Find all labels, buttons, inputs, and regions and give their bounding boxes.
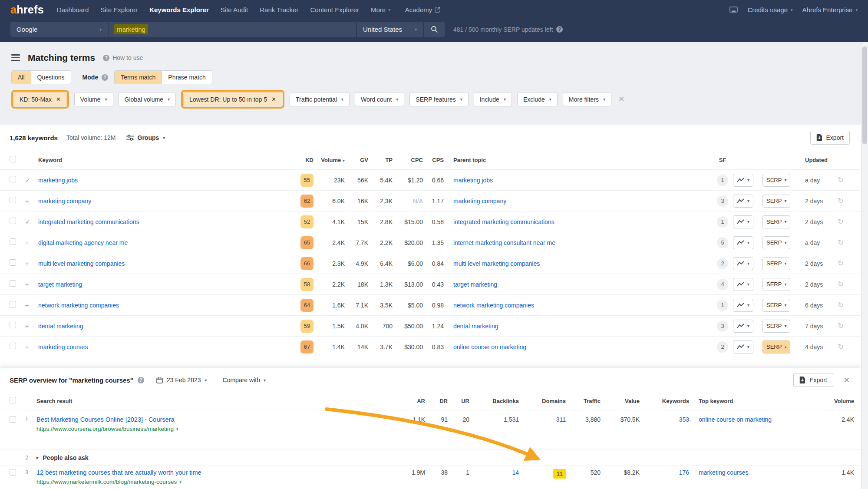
col-kd[interactable]: KD — [294, 157, 314, 163]
scrollbar-track[interactable] — [861, 42, 868, 489]
backlinks-link[interactable]: 1,531 — [504, 416, 519, 423]
tab-questions[interactable]: Questions — [31, 71, 71, 84]
refresh-icon[interactable]: ↻ — [838, 259, 844, 268]
add-to-list-icon[interactable]: + — [25, 239, 38, 246]
compare-with-select[interactable]: Compare with▾ — [223, 377, 266, 383]
serp-toggle-button[interactable]: SERP▾ — [762, 174, 790, 187]
top-keyword-link[interactable]: marketing courses — [699, 469, 748, 476]
serp-select-all-checkbox[interactable] — [10, 397, 16, 403]
filter-exclude[interactable]: Exclude▾ — [517, 92, 558, 106]
add-to-list-icon[interactable]: + — [25, 302, 38, 309]
serp-toggle-button[interactable]: SERP▾ — [762, 215, 790, 228]
close-icon[interactable]: ✕ — [271, 96, 276, 102]
keyword-link[interactable]: multi level marketing companies — [38, 260, 125, 267]
trend-button[interactable]: ▾ — [733, 215, 753, 228]
refresh-icon[interactable]: ↻ — [838, 238, 844, 247]
add-to-list-icon[interactable]: + — [25, 281, 38, 288]
account-menu[interactable]: Ahrefs Enterprise▾ — [802, 6, 858, 13]
filter-word-count[interactable]: Word count▾ — [355, 92, 404, 106]
parent-topic-link[interactable]: network marketing companies — [453, 302, 534, 309]
row-checkbox[interactable] — [10, 280, 16, 287]
col-updated[interactable]: Updated — [795, 157, 832, 163]
nav-item-content-explorer[interactable]: Content Explorer — [310, 6, 359, 13]
add-to-list-icon[interactable]: + — [25, 323, 38, 330]
col-serp-volume[interactable]: Volume — [833, 398, 861, 404]
people-also-ask-toggle[interactable]: ▸People also ask — [36, 454, 89, 461]
filter-global-volume[interactable]: Global volume▾ — [119, 92, 176, 106]
filter-traffic-potential[interactable]: Traffic potential▾ — [290, 92, 350, 106]
help-icon[interactable]: ? — [138, 377, 144, 383]
keyword-link[interactable]: marketing courses — [38, 344, 88, 350]
keyword-link[interactable]: digital marketing agency near me — [38, 239, 128, 246]
help-icon[interactable]: ? — [556, 26, 563, 33]
filter-serp-features[interactable]: SERP features▾ — [409, 92, 468, 106]
serp-toggle-button[interactable]: SERP▾ — [762, 195, 790, 208]
parent-topic-link[interactable]: online course on marketing — [453, 344, 526, 350]
parent-topic-link[interactable]: target marketing — [453, 281, 497, 288]
date-select[interactable]: 23 Feb 2023▾ — [156, 377, 207, 383]
close-icon[interactable]: ✕ — [56, 96, 61, 102]
serp-result-title-link[interactable]: 12 best marketing courses that are actua… — [36, 469, 382, 476]
col-search-result[interactable]: Search result — [36, 398, 395, 404]
serp-result-title-link[interactable]: Best Marketing Courses Online [2023] - C… — [36, 416, 382, 423]
how-to-use-link[interactable]: ?How to use — [103, 54, 143, 61]
domains-link[interactable]: 311 — [556, 416, 566, 423]
nav-item-site-audit[interactable]: Site Audit — [221, 6, 248, 13]
parent-topic-link[interactable]: internet marketing consultant near me — [453, 239, 555, 246]
keyword-search-input[interactable]: marketing — [109, 22, 356, 37]
refresh-icon[interactable]: ↻ — [838, 343, 844, 351]
row-checkbox[interactable] — [10, 238, 16, 245]
filter-include[interactable]: Include▾ — [474, 92, 512, 106]
parent-topic-link[interactable]: dental marketing — [453, 323, 498, 330]
add-to-list-icon[interactable]: + — [25, 198, 38, 205]
col-parent-topic[interactable]: Parent topic — [453, 157, 712, 163]
col-sf[interactable]: SF — [712, 157, 733, 163]
top-keyword-link[interactable]: online course on marketing — [699, 416, 772, 423]
trend-button[interactable]: ▾ — [733, 195, 753, 208]
help-icon[interactable]: ? — [102, 74, 108, 81]
export-button[interactable]: Export — [810, 131, 850, 145]
country-select[interactable]: United States▾ — [356, 22, 423, 37]
row-checkbox[interactable] — [10, 343, 16, 349]
keyword-link[interactable]: marketing company — [38, 198, 91, 205]
col-top-keyword[interactable]: Top keyword — [699, 398, 833, 404]
nav-item-academy[interactable]: Academy — [405, 6, 441, 13]
trend-button[interactable]: ▾ — [733, 299, 753, 312]
tab-all[interactable]: All — [12, 71, 31, 84]
serp-toggle-button[interactable]: SERP▾ — [762, 320, 790, 333]
col-cpc[interactable]: CPC — [393, 157, 423, 163]
tab-terms-match[interactable]: Terms match — [115, 71, 162, 84]
close-panel-icon[interactable]: ✕ — [844, 376, 850, 385]
row-checkbox[interactable] — [10, 322, 16, 328]
col-gv[interactable]: GV — [345, 157, 368, 163]
tab-phrase-match[interactable]: Phrase match — [162, 71, 211, 84]
serp-result-url[interactable]: https://www.marketermilk.com/blog/market… — [36, 479, 382, 485]
parent-topic-link[interactable]: multi level marketing companies — [453, 260, 540, 267]
filter-lowest-dr[interactable]: Lowest DR: Up to 50 in top 5✕ — [183, 92, 282, 106]
row-checkbox[interactable] — [10, 301, 16, 307]
serp-row-checkbox[interactable] — [10, 469, 16, 476]
search-engine-select[interactable]: Google▾ — [10, 22, 109, 37]
col-ar[interactable]: AR — [395, 398, 425, 404]
domains-highlighted-value[interactable]: 11 — [553, 469, 566, 479]
serp-export-button[interactable]: Export — [793, 373, 833, 387]
ahrefs-logo[interactable]: ahrefs — [10, 3, 44, 16]
nav-item-more[interactable]: More▾ — [371, 6, 390, 13]
refresh-icon[interactable]: ↻ — [838, 280, 844, 288]
scrollbar-thumb[interactable] — [862, 46, 867, 144]
select-all-checkbox[interactable] — [10, 156, 16, 162]
col-value[interactable]: Value — [601, 398, 640, 404]
keyword-link[interactable]: target marketing — [38, 281, 82, 288]
menu-icon[interactable] — [11, 54, 20, 61]
groups-button[interactable]: Groups▾ — [126, 134, 165, 141]
filter-volume[interactable]: Volume▾ — [74, 92, 113, 106]
row-checkbox[interactable] — [10, 259, 16, 266]
nav-item-rank-tracker[interactable]: Rank Tracker — [260, 6, 298, 13]
parent-topic-link[interactable]: integrated marketing communications — [453, 218, 554, 225]
keyword-link[interactable]: marketing jobs — [38, 177, 78, 184]
refresh-icon[interactable]: ↻ — [838, 218, 844, 226]
keyword-link[interactable]: network marketing companies — [38, 302, 119, 309]
serp-toggle-button[interactable]: SERP▾ — [762, 278, 790, 291]
nav-item-site-explorer[interactable]: Site Explorer — [100, 6, 138, 13]
row-checkbox[interactable] — [10, 176, 16, 182]
